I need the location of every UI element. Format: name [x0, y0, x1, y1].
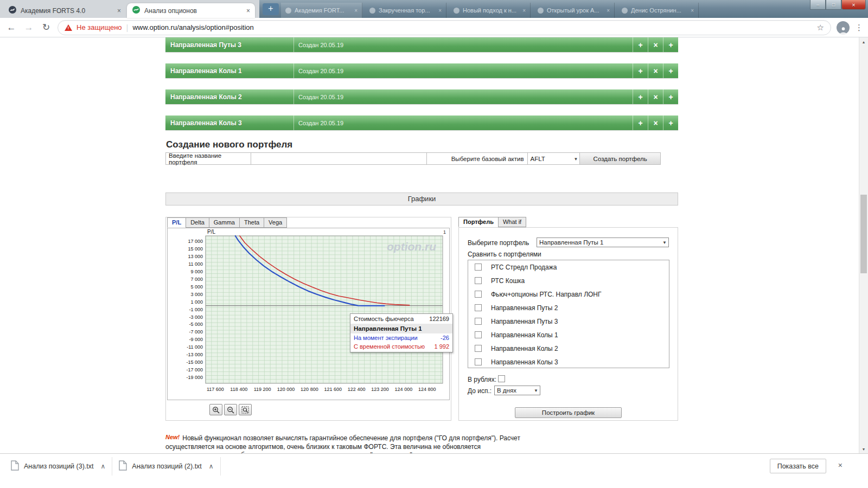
delete-portfolio-icon[interactable]: × — [648, 115, 663, 130]
delete-portfolio-icon[interactable]: × — [648, 89, 663, 104]
tab-close-icon[interactable]: × — [246, 7, 250, 15]
list-item[interactable]: РТС Стредл Продажа — [468, 260, 669, 274]
portfolio-selection-panel: Портфель What if Выберите портфель Напра… — [458, 217, 678, 421]
portfolio-select[interactable]: Направленная Путы 1 ▼ — [537, 237, 669, 247]
svg-text:1: 1 — [443, 229, 446, 235]
address-bar[interactable]: ! Не защищено | www.option.ru/analysis/o… — [58, 20, 831, 35]
scroll-down-icon[interactable]: ▼ — [859, 445, 868, 453]
security-label[interactable]: Не защищено — [76, 23, 122, 31]
expand-portfolio-icon[interactable]: + — [663, 37, 678, 52]
new-tab-button[interactable]: + — [263, 3, 279, 15]
url-text[interactable]: www.option.ru/analysis/option#position — [132, 23, 812, 31]
svg-text:-15 000: -15 000 — [186, 359, 203, 365]
browser-menu-icon[interactable]: ⋮ — [855, 23, 863, 33]
tab-theta[interactable]: Theta — [239, 217, 264, 228]
zoom-out-button[interactable] — [224, 404, 237, 415]
profile-avatar-icon[interactable] — [837, 21, 850, 34]
expand-portfolio-icon[interactable]: + — [663, 115, 678, 130]
svg-text:118 400: 118 400 — [230, 387, 247, 392]
ghost-tab[interactable]: Денис Острянин... × — [617, 3, 699, 18]
scrollbar-thumb[interactable] — [860, 195, 867, 273]
tab-akademia-forts[interactable]: Академия FORTS 4.0 × — [3, 3, 126, 18]
ghost-tab-close-icon[interactable]: × — [691, 8, 694, 14]
portfolio-bar[interactable]: Направленная Путы 3 Создан 20.05.19 + × … — [165, 37, 678, 52]
list-item[interactable]: Направленная Путы 3 — [468, 314, 669, 328]
list-item[interactable]: Направленная Колы 3 — [468, 355, 669, 368]
portfolio-name-input[interactable] — [251, 153, 426, 164]
list-item[interactable]: Фьюч+опционы РТС. Направл ЛОНГ — [468, 287, 669, 301]
back-icon[interactable]: ← — [5, 22, 17, 33]
days-select[interactable]: В днях ▼ — [494, 386, 540, 395]
tab-portfolio[interactable]: Портфель — [458, 217, 498, 227]
list-item[interactable]: Направленная Путы 2 — [468, 301, 669, 314]
portfolio-bar[interactable]: Направленная Колы 1 Создан 20.05.19 + × … — [165, 63, 678, 78]
ghost-tab[interactable]: Новый подход к н... × — [449, 3, 531, 18]
svg-text:-3 000: -3 000 — [189, 314, 203, 320]
tab-pl[interactable]: P/L — [167, 217, 186, 228]
delete-portfolio-icon[interactable]: × — [648, 63, 663, 78]
ghost-tab[interactable]: Закрученная тор... × — [365, 3, 446, 18]
tab-gamma[interactable]: Gamma — [209, 217, 239, 228]
bookmark-star-icon[interactable]: ☆ — [817, 23, 824, 33]
ghost-tab[interactable]: Академия FORT... × — [281, 3, 362, 18]
footer-note: New!Новый функционал позволяет вычислять… — [165, 434, 522, 453]
restore-button[interactable]: □ — [826, 0, 841, 10]
minimize-button[interactable]: – — [810, 0, 826, 10]
checkbox[interactable] — [475, 277, 482, 284]
checkbox[interactable] — [475, 358, 482, 365]
zoom-in-button[interactable] — [209, 404, 222, 415]
ghost-tab-close-icon[interactable]: × — [522, 8, 526, 14]
tab-analiz-opcionov[interactable]: Анализ опционов × — [127, 3, 255, 18]
show-all-downloads-button[interactable]: Показать все — [770, 459, 826, 473]
list-item[interactable]: Направленная Колы 2 — [468, 342, 669, 355]
close-downloads-bar-icon[interactable]: × — [838, 461, 843, 470]
tab-vega[interactable]: Vega — [264, 217, 287, 228]
download-menu-caret-icon[interactable]: ∧ — [209, 463, 214, 470]
download-menu-caret-icon[interactable]: ∧ — [101, 463, 106, 470]
tab-delta[interactable]: Delta — [186, 217, 209, 228]
add-instrument-icon[interactable]: + — [633, 115, 648, 130]
ghost-tab[interactable]: Открытый урок А... × — [533, 3, 615, 18]
svg-text:11 000: 11 000 — [188, 261, 203, 267]
list-item[interactable]: Направленная Колы 1 — [468, 328, 669, 342]
expand-portfolio-icon[interactable]: + — [663, 63, 678, 78]
download-item[interactable]: Анализ позиций (2).txt ∧ — [112, 457, 220, 476]
checkbox[interactable] — [475, 345, 482, 352]
close-window-button[interactable]: × — [841, 0, 866, 10]
add-instrument-icon[interactable]: + — [633, 37, 648, 52]
portfolio-bar[interactable]: Направленная Колы 2 Создан 20.05.19 + × … — [165, 89, 678, 104]
zoom-selection-button[interactable] — [239, 404, 252, 415]
scroll-up-icon[interactable]: ▲ — [859, 37, 868, 46]
security-warning-icon[interactable]: ! — [65, 24, 72, 31]
checkbox[interactable] — [475, 331, 482, 338]
tooltip-futures-label: Стоимость фьючерса — [354, 316, 414, 322]
add-instrument-icon[interactable]: + — [633, 89, 648, 104]
create-portfolio-button[interactable]: Создать портфель — [580, 153, 660, 164]
ghost-tab-close-icon[interactable]: × — [354, 8, 358, 14]
checkbox[interactable] — [475, 264, 482, 271]
svg-text:-9 000: -9 000 — [189, 337, 203, 342]
checkbox[interactable] — [475, 291, 482, 298]
days-label: До исп.: — [468, 387, 492, 395]
delete-portfolio-icon[interactable]: × — [648, 37, 663, 52]
portfolio-bar[interactable]: Направленная Колы 3 Создан 20.05.19 + × … — [165, 115, 678, 130]
checkbox[interactable] — [475, 318, 482, 325]
tab-what-if[interactable]: What if — [498, 217, 526, 227]
page-scrollbar[interactable]: ▲ ▼ — [859, 37, 868, 453]
build-chart-button[interactable]: Построить график — [515, 407, 622, 418]
pl-chart[interactable]: 17 00015 00013 00011 0009 0007 0005 0003… — [167, 228, 450, 400]
download-item[interactable]: Анализ позиций (3).txt ∧ — [4, 457, 112, 476]
list-item[interactable]: РТС Кошка — [468, 274, 669, 287]
expand-portfolio-icon[interactable]: + — [663, 89, 678, 104]
forward-icon[interactable]: → — [23, 22, 35, 33]
base-asset-select[interactable]: AFLT ▼ — [528, 153, 580, 164]
checkbox[interactable] — [475, 304, 482, 311]
tab-close-icon[interactable]: × — [117, 7, 121, 15]
reload-icon[interactable]: ↻ — [40, 22, 52, 33]
ghost-tab-close-icon[interactable]: × — [438, 8, 442, 14]
add-instrument-icon[interactable]: + — [633, 63, 648, 78]
svg-text:17 000: 17 000 — [188, 239, 203, 244]
svg-text:123 200: 123 200 — [371, 387, 389, 392]
rubles-checkbox[interactable] — [498, 375, 505, 382]
ghost-tab-close-icon[interactable]: × — [607, 8, 610, 14]
